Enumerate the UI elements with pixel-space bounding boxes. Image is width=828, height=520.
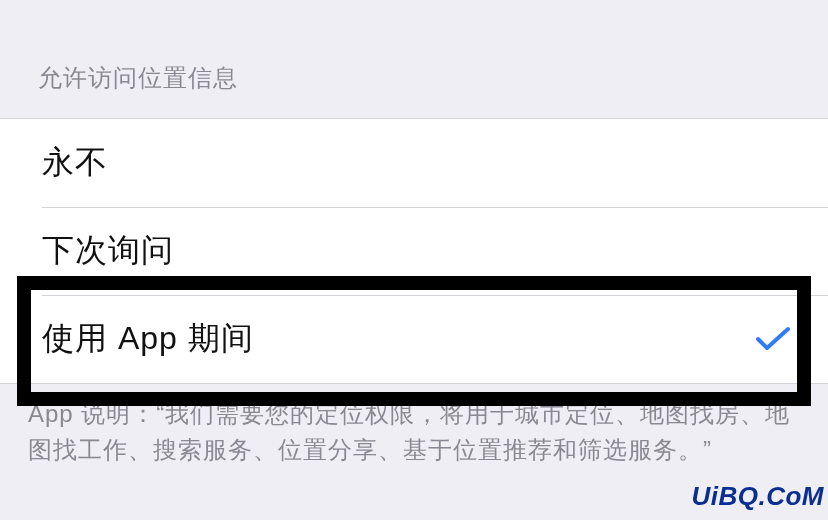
location-options-list: 永不 下次询问 使用 App 期间 xyxy=(0,118,828,384)
option-label-ask-next: 下次询问 xyxy=(42,229,174,273)
option-row-ask-next-time[interactable]: 下次询问 xyxy=(0,207,828,295)
checkmark-icon xyxy=(756,326,790,352)
section-header-label: 允许访问位置信息 xyxy=(38,66,238,118)
option-row-while-using-app[interactable]: 使用 App 期间 xyxy=(0,295,828,383)
watermark-text: UiBQ.CoM xyxy=(691,481,824,512)
section-header-location-access: 允许访问位置信息 xyxy=(0,0,828,118)
option-label-never: 永不 xyxy=(42,141,108,185)
app-explanation-footer: App 说明：“我们需要您的定位权限，将用于城市定位、地图找房、地图找工作、搜索… xyxy=(0,384,828,468)
option-row-never[interactable]: 永不 xyxy=(0,119,828,207)
option-label-while-using: 使用 App 期间 xyxy=(42,317,254,361)
